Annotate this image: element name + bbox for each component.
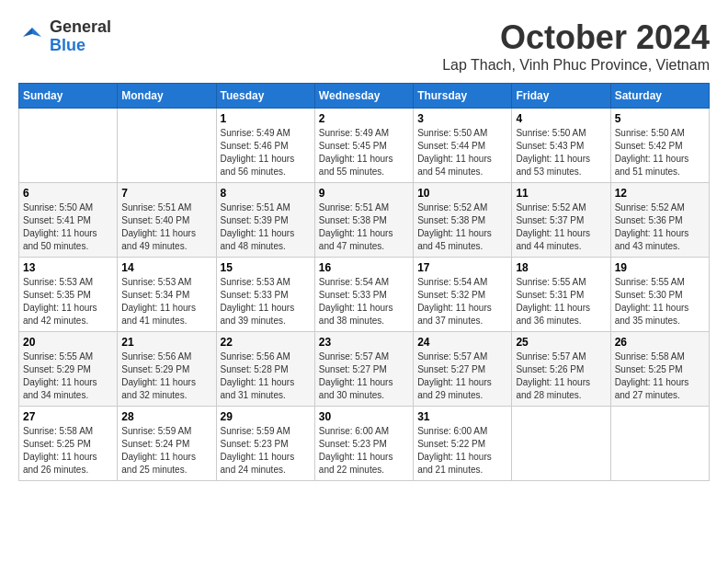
calendar-cell: 6Sunrise: 5:50 AM Sunset: 5:41 PM Daylig…	[19, 183, 118, 258]
logo-blue: Blue	[50, 37, 111, 55]
calendar-cell: 2Sunrise: 5:49 AM Sunset: 5:45 PM Daylig…	[314, 109, 413, 183]
calendar-week-row: 27Sunrise: 5:58 AM Sunset: 5:25 PM Dayli…	[19, 407, 710, 481]
day-number: 29	[221, 410, 311, 423]
day-info: Sunrise: 5:56 AM Sunset: 5:28 PM Dayligh…	[221, 350, 311, 402]
day-info: Sunrise: 5:53 AM Sunset: 5:35 PM Dayligh…	[23, 276, 113, 327]
day-number: 24	[417, 336, 507, 349]
day-info: Sunrise: 5:53 AM Sunset: 5:33 PM Dayligh…	[221, 276, 311, 327]
day-number: 22	[221, 336, 311, 349]
weekday-header-cell: Friday	[512, 84, 610, 109]
day-number: 18	[516, 261, 606, 274]
calendar-cell: 14Sunrise: 5:53 AM Sunset: 5:34 PM Dayli…	[118, 258, 216, 332]
day-info: Sunrise: 5:51 AM Sunset: 5:38 PM Dayligh…	[319, 201, 409, 253]
calendar-cell: 26Sunrise: 5:58 AM Sunset: 5:25 PM Dayli…	[610, 332, 709, 407]
day-number: 20	[23, 336, 113, 349]
calendar-cell	[19, 109, 118, 183]
day-number: 13	[23, 261, 113, 274]
calendar-cell	[610, 407, 709, 481]
calendar-cell: 28Sunrise: 5:59 AM Sunset: 5:24 PM Dayli…	[118, 407, 216, 481]
calendar-cell: 20Sunrise: 5:55 AM Sunset: 5:29 PM Dayli…	[19, 332, 118, 407]
calendar-cell: 27Sunrise: 5:58 AM Sunset: 5:25 PM Dayli…	[19, 407, 118, 481]
day-info: Sunrise: 5:58 AM Sunset: 5:25 PM Dayligh…	[23, 425, 113, 477]
calendar-cell	[512, 407, 610, 481]
page-header: General Blue October 2024 Lap Thach, Vin…	[18, 18, 710, 74]
month-title: October 2024	[442, 18, 710, 57]
calendar-cell: 29Sunrise: 5:59 AM Sunset: 5:23 PM Dayli…	[216, 407, 314, 481]
day-info: Sunrise: 5:55 AM Sunset: 5:29 PM Dayligh…	[23, 350, 113, 402]
calendar-cell: 5Sunrise: 5:50 AM Sunset: 5:42 PM Daylig…	[610, 109, 709, 183]
logo-icon	[18, 23, 46, 51]
calendar-cell: 30Sunrise: 6:00 AM Sunset: 5:23 PM Dayli…	[314, 407, 413, 481]
calendar-cell: 12Sunrise: 5:52 AM Sunset: 5:36 PM Dayli…	[610, 183, 709, 258]
calendar-cell: 24Sunrise: 5:57 AM Sunset: 5:27 PM Dayli…	[414, 332, 512, 407]
calendar-cell: 3Sunrise: 5:50 AM Sunset: 5:44 PM Daylig…	[414, 109, 512, 183]
day-info: Sunrise: 5:55 AM Sunset: 5:31 PM Dayligh…	[516, 276, 606, 327]
calendar-cell: 9Sunrise: 5:51 AM Sunset: 5:38 PM Daylig…	[314, 183, 413, 258]
calendar-body: 1Sunrise: 5:49 AM Sunset: 5:46 PM Daylig…	[19, 109, 710, 481]
day-info: Sunrise: 5:53 AM Sunset: 5:34 PM Dayligh…	[121, 276, 211, 327]
day-number: 30	[319, 410, 409, 423]
day-info: Sunrise: 5:51 AM Sunset: 5:39 PM Dayligh…	[221, 201, 311, 253]
calendar-cell: 15Sunrise: 5:53 AM Sunset: 5:33 PM Dayli…	[216, 258, 314, 332]
calendar-cell: 17Sunrise: 5:54 AM Sunset: 5:32 PM Dayli…	[414, 258, 512, 332]
day-number: 16	[319, 261, 409, 274]
day-number: 27	[23, 410, 113, 423]
day-number: 7	[121, 187, 211, 200]
day-info: Sunrise: 5:52 AM Sunset: 5:37 PM Dayligh…	[516, 201, 606, 253]
day-info: Sunrise: 5:50 AM Sunset: 5:42 PM Dayligh…	[615, 127, 705, 178]
calendar-week-row: 1Sunrise: 5:49 AM Sunset: 5:46 PM Daylig…	[19, 109, 710, 183]
day-number: 19	[615, 261, 705, 274]
calendar-cell: 31Sunrise: 6:00 AM Sunset: 5:22 PM Dayli…	[414, 407, 512, 481]
calendar-cell: 11Sunrise: 5:52 AM Sunset: 5:37 PM Dayli…	[512, 183, 610, 258]
calendar-week-row: 6Sunrise: 5:50 AM Sunset: 5:41 PM Daylig…	[19, 183, 710, 258]
day-info: Sunrise: 6:00 AM Sunset: 5:22 PM Dayligh…	[417, 425, 507, 477]
calendar-cell: 25Sunrise: 5:57 AM Sunset: 5:26 PM Dayli…	[512, 332, 610, 407]
day-info: Sunrise: 5:56 AM Sunset: 5:29 PM Dayligh…	[121, 350, 211, 402]
calendar-cell: 8Sunrise: 5:51 AM Sunset: 5:39 PM Daylig…	[216, 183, 314, 258]
day-info: Sunrise: 5:55 AM Sunset: 5:30 PM Dayligh…	[615, 276, 705, 327]
day-number: 28	[121, 410, 211, 423]
calendar-cell: 10Sunrise: 5:52 AM Sunset: 5:38 PM Dayli…	[414, 183, 512, 258]
calendar-cell: 19Sunrise: 5:55 AM Sunset: 5:30 PM Dayli…	[610, 258, 709, 332]
day-number: 3	[417, 112, 507, 125]
day-number: 8	[221, 187, 311, 200]
calendar-cell: 13Sunrise: 5:53 AM Sunset: 5:35 PM Dayli…	[19, 258, 118, 332]
day-info: Sunrise: 5:54 AM Sunset: 5:32 PM Dayligh…	[417, 276, 507, 327]
day-info: Sunrise: 5:57 AM Sunset: 5:27 PM Dayligh…	[319, 350, 409, 402]
day-info: Sunrise: 5:52 AM Sunset: 5:36 PM Dayligh…	[615, 201, 705, 253]
day-number: 11	[516, 187, 606, 200]
weekday-header-cell: Sunday	[19, 84, 118, 109]
title-block: October 2024 Lap Thach, Vinh Phuc Provin…	[442, 18, 710, 74]
calendar-cell: 1Sunrise: 5:49 AM Sunset: 5:46 PM Daylig…	[216, 109, 314, 183]
day-info: Sunrise: 5:49 AM Sunset: 5:46 PM Dayligh…	[221, 127, 311, 178]
day-info: Sunrise: 5:50 AM Sunset: 5:41 PM Dayligh…	[23, 201, 113, 253]
calendar-week-row: 13Sunrise: 5:53 AM Sunset: 5:35 PM Dayli…	[19, 258, 710, 332]
day-number: 17	[417, 261, 507, 274]
weekday-header-cell: Saturday	[610, 84, 709, 109]
day-info: Sunrise: 5:59 AM Sunset: 5:24 PM Dayligh…	[121, 425, 211, 477]
calendar-table: SundayMondayTuesdayWednesdayThursdayFrid…	[18, 83, 710, 481]
location-title: Lap Thach, Vinh Phuc Province, Vietnam	[442, 57, 710, 74]
day-number: 4	[516, 112, 606, 125]
logo: General Blue	[18, 18, 111, 55]
day-info: Sunrise: 5:54 AM Sunset: 5:33 PM Dayligh…	[319, 276, 409, 327]
calendar-cell: 21Sunrise: 5:56 AM Sunset: 5:29 PM Dayli…	[118, 332, 216, 407]
day-number: 12	[615, 187, 705, 200]
day-number: 26	[615, 336, 705, 349]
day-number: 1	[221, 112, 311, 125]
weekday-header-cell: Monday	[118, 84, 216, 109]
weekday-header-cell: Wednesday	[314, 84, 413, 109]
day-number: 10	[417, 187, 507, 200]
day-number: 2	[319, 112, 409, 125]
day-info: Sunrise: 5:51 AM Sunset: 5:40 PM Dayligh…	[121, 201, 211, 253]
day-info: Sunrise: 5:57 AM Sunset: 5:26 PM Dayligh…	[516, 350, 606, 402]
day-info: Sunrise: 6:00 AM Sunset: 5:23 PM Dayligh…	[319, 425, 409, 477]
day-info: Sunrise: 5:52 AM Sunset: 5:38 PM Dayligh…	[417, 201, 507, 253]
day-number: 23	[319, 336, 409, 349]
day-number: 5	[615, 112, 705, 125]
day-info: Sunrise: 5:59 AM Sunset: 5:23 PM Dayligh…	[221, 425, 311, 477]
calendar-cell: 16Sunrise: 5:54 AM Sunset: 5:33 PM Dayli…	[314, 258, 413, 332]
day-number: 31	[417, 410, 507, 423]
day-info: Sunrise: 5:50 AM Sunset: 5:43 PM Dayligh…	[516, 127, 606, 178]
calendar-cell: 22Sunrise: 5:56 AM Sunset: 5:28 PM Dayli…	[216, 332, 314, 407]
